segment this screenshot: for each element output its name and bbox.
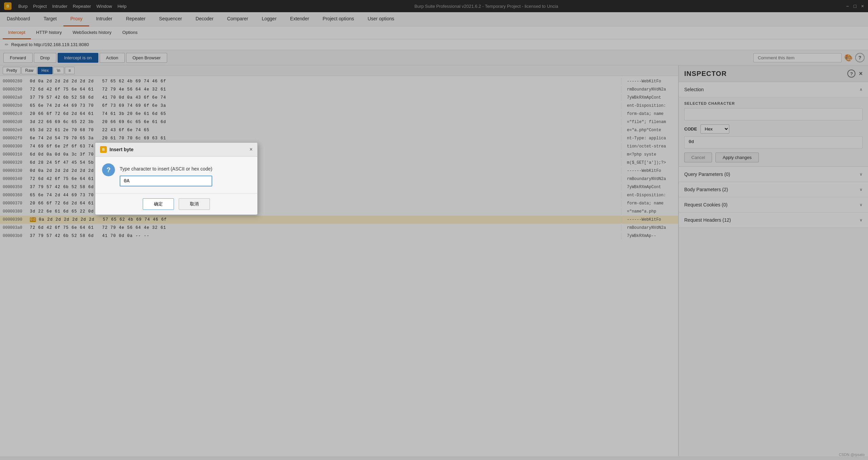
modal-question-icon: ? [102, 163, 115, 176]
modal-body: ? Type character to insert (ASCII or hex… [95, 157, 257, 193]
modal-close-button[interactable]: × [250, 146, 253, 153]
modal-logo: B [100, 146, 107, 153]
modal-title: Insert byte [110, 147, 134, 152]
modal-footer: 确定 取消 [95, 193, 257, 215]
insert-byte-modal: B Insert byte × ? Type character to inse… [95, 142, 258, 215]
modal-row: ? Type character to insert (ASCII or hex… [102, 163, 251, 186]
modal-header-left: B Insert byte [100, 146, 134, 153]
modal-confirm-button[interactable]: 确定 [143, 198, 174, 210]
modal-cancel-button[interactable]: 取消 [179, 198, 210, 210]
modal-header: B Insert byte × [95, 143, 257, 157]
modal-overlay: B Insert byte × ? Type character to inse… [0, 0, 868, 460]
modal-input[interactable] [120, 176, 212, 186]
modal-prompt: Type character to insert (ASCII or hex c… [120, 163, 212, 172]
